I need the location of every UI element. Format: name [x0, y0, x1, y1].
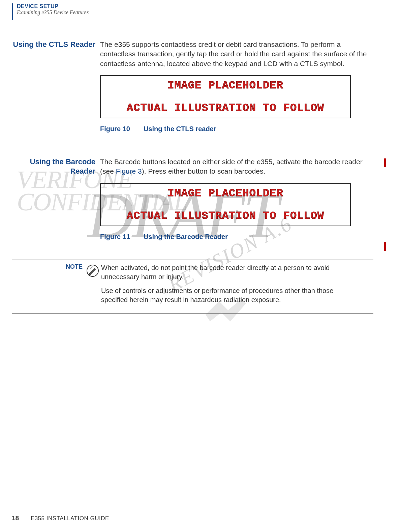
section-heading-ctls: Using the CTLS Reader — [12, 40, 100, 49]
note-paragraph-2: Use of controls or adjustments or perfor… — [101, 286, 360, 304]
page-header: DEVICE SETUP Examining e355 Device Featu… — [17, 3, 89, 16]
section-barcode-reader: Using the Barcode Reader The Barcode but… — [12, 157, 374, 241]
figure-cross-reference[interactable]: Figure 3 — [116, 167, 142, 175]
chapter-subtitle: Examining e355 Device Features — [17, 9, 89, 16]
page-number: 18 — [12, 514, 19, 522]
figure-placeholder-10: IMAGE PLACEHOLDER ACTUAL ILLUSTRATION TO… — [100, 75, 351, 118]
note-label: NOTE — [12, 263, 86, 270]
figure-title: Using the CTLS reader — [144, 125, 216, 132]
chapter-title: DEVICE SETUP — [17, 3, 89, 9]
note-icon — [86, 263, 101, 279]
figure-caption-10: Figure 10Using the CTLS reader — [100, 125, 374, 133]
section-body-barcode-post: ). Press either button to scan barcodes. — [142, 167, 266, 175]
figure-label: Figure 11 — [100, 233, 130, 240]
placeholder-text-line1: IMAGE PLACEHOLDER — [104, 79, 347, 92]
note-text: When activated, do not point the barcode… — [101, 263, 373, 309]
page-footer: 18 E355 INSTALLATION GUIDE — [12, 514, 109, 522]
svg-line-2 — [90, 267, 93, 269]
pencil-note-icon — [86, 264, 99, 277]
section-body-ctls: The e355 supports contactless credit or … — [100, 40, 374, 68]
placeholder-text-line2: ACTUAL ILLUSTRATION TO FOLLOW — [104, 210, 347, 222]
figure-title: Using the Barcode Reader — [144, 233, 228, 240]
figure-placeholder-11: IMAGE PLACEHOLDER ACTUAL ILLUSTRATION TO… — [100, 183, 351, 226]
section-heading-barcode: Using the Barcode Reader — [12, 157, 100, 176]
placeholder-text-line1: IMAGE PLACEHOLDER — [104, 187, 347, 200]
section-body-barcode: The Barcode buttons located on either si… — [100, 157, 374, 176]
figure-caption-11: Figure 11Using the Barcode Reader — [100, 233, 374, 241]
header-accent-bar — [12, 3, 13, 20]
placeholder-text-line2: ACTUAL ILLUSTRATION TO FOLLOW — [104, 102, 347, 114]
revision-change-bar — [384, 158, 386, 167]
note-paragraph-1: When activated, do not point the barcode… — [101, 263, 360, 282]
revision-change-bar — [384, 242, 386, 251]
figure-label: Figure 10 — [100, 125, 130, 132]
section-ctls-reader: Using the CTLS Reader The e355 supports … — [12, 40, 374, 133]
book-title: E355 INSTALLATION GUIDE — [31, 515, 109, 522]
note-block: NOTE When activated, do not point the ba… — [12, 260, 373, 314]
